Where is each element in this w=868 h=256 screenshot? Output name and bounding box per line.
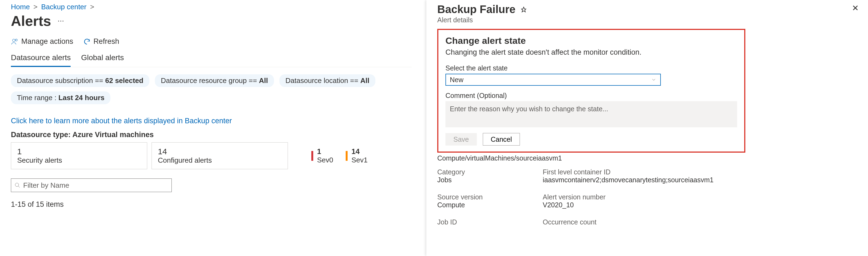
detail-category: Category Jobs [437,168,483,184]
breadcrumb: Home > Backup center > [11,3,412,11]
detail-category-value: Jobs [437,176,483,184]
filter-subscription-prefix: Datasource subscription == [17,76,105,85]
tab-global-alerts[interactable]: Global alerts [81,53,124,67]
sev0-label: Sev0 [317,156,333,164]
svg-point-2 [15,183,19,187]
tab-datasource-alerts[interactable]: Datasource alerts [11,53,71,67]
sev1-item[interactable]: 14 Sev1 [346,147,368,164]
security-alerts-label: Security alerts [17,156,141,164]
alerts-page: Home > Backup center > Alerts ⋯ Manage a… [0,0,423,256]
detail-occurrence-count-label: Occurrence count [543,218,714,226]
command-bar: Manage actions Refresh [11,37,412,46]
detail-source-version: Source version Compute [437,193,483,209]
comment-label: Comment (Optional) [445,92,737,100]
people-icon [11,38,19,45]
filter-pills-row2: Time range : Last 24 hours [11,92,412,104]
severity-summary: 1 Sev0 14 Sev1 [311,142,368,169]
detail-source-version-label: Source version [437,193,483,201]
save-button[interactable]: Save [445,133,477,146]
filter-time-value: Last 24 hours [58,94,104,102]
select-state-label: Select the alert state [445,64,737,72]
refresh-button[interactable]: Refresh [83,37,119,46]
filter-by-name-input[interactable]: Filter by Name [11,179,172,192]
manage-actions-label: Manage actions [21,37,73,46]
cancel-button[interactable]: Cancel [483,133,520,146]
sev0-count: 1 [317,147,333,156]
sev1-color-bar [346,151,348,161]
filter-placeholder: Filter by Name [23,181,69,190]
chevron-down-icon [651,77,656,82]
configured-alerts-card[interactable]: 14 Configured alerts [152,142,288,169]
learn-more-link[interactable]: Click here to learn more about the alert… [11,117,232,125]
sev0-item[interactable]: 1 Sev0 [311,147,333,164]
filter-time-prefix: Time range : [17,94,58,102]
filter-loc-value: All [361,76,369,85]
svg-line-3 [18,186,20,188]
detail-job-id-label: Job ID [437,218,483,226]
detail-container-id-value: iaasvmcontainerv2;dsmovecanarytesting;so… [543,176,714,184]
change-state-heading: Change alert state [445,35,737,46]
more-menu-icon[interactable]: ⋯ [58,17,64,25]
manage-actions-button[interactable]: Manage actions [11,37,73,46]
svg-point-0 [12,39,15,41]
filter-rg-prefix: Datasource resource group == [161,76,259,85]
breadcrumb-sep: > [90,3,94,11]
filter-location[interactable]: Datasource location == All [279,74,375,87]
sev0-color-bar [311,151,313,161]
detail-alert-version: Alert version number V2020_10 [543,193,714,209]
detail-job-id: Job ID [437,218,483,226]
detail-occurrence-count: Occurrence count [543,218,714,226]
svg-point-1 [15,39,17,41]
refresh-icon [83,38,91,45]
breadcrumb-backup-center[interactable]: Backup center [41,3,86,11]
source-path-truncated: Compute/virtualMachines/sourceiaasvm1 [437,154,859,162]
detail-col-left: Category Jobs Source version Compute Job… [437,168,483,226]
search-icon [14,182,21,188]
pin-icon[interactable] [520,3,527,15]
filter-subscription-value: 62 selected [105,76,144,85]
alert-state-value: New [450,76,463,84]
panel-title: Backup Failure [437,3,516,15]
detail-container-id: First level container ID iaasvmcontainer… [543,168,714,184]
change-alert-state-section: Change alert state Changing the alert st… [437,29,745,153]
alert-state-select[interactable]: New [445,74,661,86]
security-alerts-count: 1 [17,147,141,156]
configured-alerts-label: Configured alerts [158,156,282,164]
page-title: Alerts [11,13,51,29]
breadcrumb-home[interactable]: Home [11,3,30,11]
filter-time-range[interactable]: Time range : Last 24 hours [11,92,111,104]
change-state-helper: Changing the alert state doesn't affect … [445,48,737,57]
detail-col-right: First level container ID iaasvmcontainer… [543,168,714,226]
summary-cards: 1 Security alerts 14 Configured alerts 1… [11,142,412,169]
filter-loc-prefix: Datasource location == [285,76,361,85]
filter-rg-value: All [259,76,268,85]
comment-textarea[interactable] [445,101,737,127]
sev1-label: Sev1 [351,156,368,164]
alert-detail-columns: Category Jobs Source version Compute Job… [437,168,859,226]
close-icon[interactable]: ✕ [852,3,859,13]
datasource-type-heading: Datasource type: Azure Virtual machines [11,131,412,139]
detail-alert-version-value: V2020_10 [543,201,714,209]
breadcrumb-sep: > [34,3,38,11]
detail-alert-version-label: Alert version number [543,193,714,201]
detail-category-label: Category [437,168,483,176]
filter-pills-row1: Datasource subscription == 62 selected D… [11,74,412,87]
configured-alerts-count: 14 [158,147,282,156]
security-alerts-card[interactable]: 1 Security alerts [11,142,147,169]
alert-scope-tabs: Datasource alerts Global alerts [11,53,412,67]
detail-container-id-label: First level container ID [543,168,714,176]
items-count: 1-15 of 15 items [11,200,412,209]
filter-subscription[interactable]: Datasource subscription == 62 selected [11,74,149,87]
detail-source-version-value: Compute [437,201,483,209]
panel-subtitle: Alert details [437,16,527,24]
alert-details-panel: Backup Failure Alert details ✕ Change al… [426,0,868,256]
refresh-label: Refresh [94,37,119,46]
filter-resource-group[interactable]: Datasource resource group == All [155,74,274,87]
sev1-count: 14 [351,147,368,156]
